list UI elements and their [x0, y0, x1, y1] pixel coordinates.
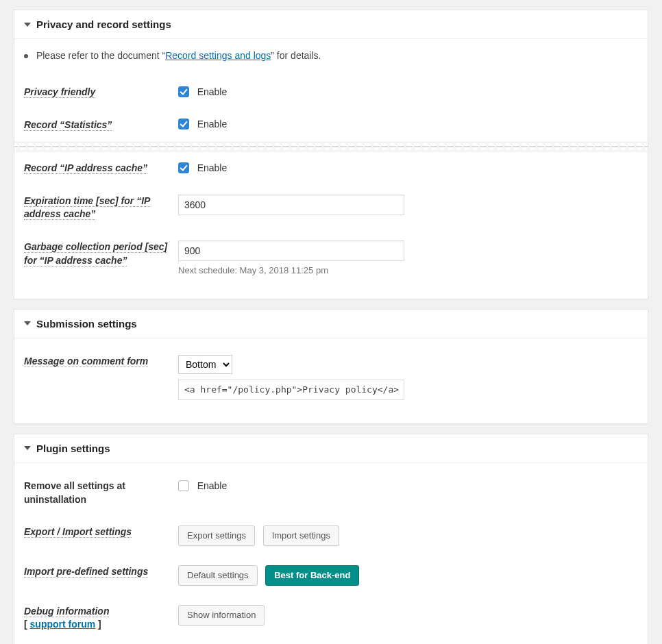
support-forum-link[interactable]: support forum [30, 619, 96, 630]
caret-down-icon [24, 321, 31, 325]
label-export-import: Export / Import settings [24, 526, 132, 538]
checkbox-record-ipcache[interactable] [178, 162, 189, 173]
label-msg-comment: Message on comment form [24, 356, 148, 367]
btn-import-settings[interactable]: Import settings [263, 525, 339, 546]
label-debug-forum: [ support forum ] [24, 619, 101, 630]
checkbox-privacy-friendly[interactable] [178, 86, 189, 97]
forum-prefix: [ [24, 619, 30, 630]
label-remove-uninstall: Remove all settings at uninstallation [24, 480, 125, 505]
textarea-msg-html[interactable]: <a href="/policy.php">Privacy policy</a> [178, 380, 404, 400]
privacy-note-before: Please refer to the document “ [36, 50, 165, 61]
forum-suffix: ] [95, 619, 101, 630]
btn-show-information[interactable]: Show information [178, 605, 265, 626]
panel-plugin-title: Plugin settings [36, 443, 110, 454]
caret-down-icon [24, 23, 31, 27]
btn-export-settings[interactable]: Export settings [178, 525, 255, 546]
label-enable: Enable [197, 86, 228, 97]
privacy-note-after: ” for details. [271, 50, 321, 61]
label-record-ipcache: Record “IP address cache” [24, 162, 147, 174]
panel-privacy-title: Privacy and record settings [36, 18, 171, 30]
caret-down-icon [24, 446, 31, 450]
panel-submission-title: Submission settings [36, 318, 137, 330]
panel-submission: Submission settings Message on comment f… [14, 309, 648, 424]
label-enable: Enable [197, 162, 228, 173]
label-privacy-friendly: Privacy friendly [24, 86, 95, 98]
tear-separator [14, 141, 648, 152]
label-gc: Garbage collection period [sec] for “IP … [24, 241, 167, 267]
panel-plugin-header[interactable]: Plugin settings [14, 434, 648, 463]
checkbox-remove-uninstall[interactable] [178, 480, 189, 491]
panel-submission-header[interactable]: Submission settings [14, 310, 648, 338]
label-record-stats: Record “Statistics” [24, 119, 112, 131]
label-expiration: Expiration time [sec] for “IP address ca… [24, 195, 150, 221]
label-enable: Enable [197, 119, 228, 129]
label-predefined: Import pre-defined settings [24, 566, 148, 578]
bullet-icon [24, 54, 28, 58]
privacy-note: Please refer to the document “Record set… [24, 50, 638, 61]
btn-default-settings[interactable]: Default settings [178, 565, 258, 586]
input-gc[interactable] [178, 240, 404, 261]
panel-privacy: Privacy and record settings Please refer… [14, 10, 648, 299]
panel-privacy-header[interactable]: Privacy and record settings [14, 10, 648, 39]
btn-best-backend[interactable]: Best for Back-end [265, 565, 359, 586]
gc-hint: Next schedule: May 3, 2018 11:25 pm [178, 265, 638, 275]
panel-plugin: Plugin settings Remove all settings at u… [14, 434, 648, 644]
record-settings-link[interactable]: Record settings and logs [165, 50, 271, 61]
input-expiration[interactable] [178, 195, 404, 215]
checkbox-record-stats[interactable] [178, 119, 189, 129]
label-debug: Debug information [24, 606, 109, 617]
label-enable: Enable [197, 480, 228, 491]
select-msg-position[interactable]: Bottom [178, 355, 232, 374]
